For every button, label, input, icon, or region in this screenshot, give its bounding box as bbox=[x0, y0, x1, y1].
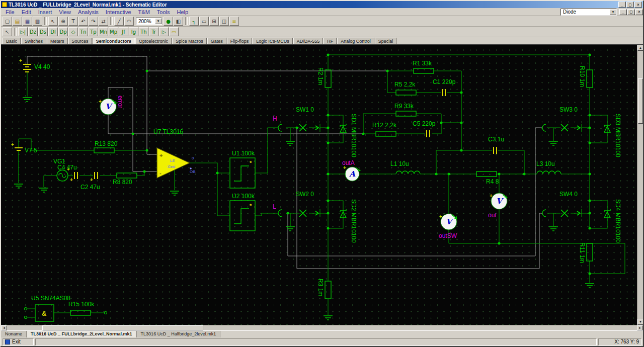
scroll-left-icon[interactable]: ◄ bbox=[1, 325, 7, 330]
gate-input-node-1[interactable] bbox=[25, 308, 27, 310]
label-r8[interactable]: R8 820 bbox=[113, 179, 132, 186]
wire-tool-button[interactable]: ┐ bbox=[189, 17, 199, 26]
grid-toggle-button[interactable]: ⊞ bbox=[209, 17, 219, 26]
r15-output-node[interactable] bbox=[105, 312, 107, 314]
io-tool-button[interactable]: ◫ bbox=[219, 17, 229, 26]
label-u1[interactable]: U1 100k bbox=[232, 150, 255, 157]
igbt-component-button[interactable]: Ig bbox=[129, 27, 138, 36]
component-combobox[interactable]: Diode ▼ bbox=[560, 9, 617, 16]
label-sd1[interactable]: SD1 MBR10100 bbox=[350, 114, 357, 157]
batteries[interactable] bbox=[15, 64, 31, 150]
resistor-r2[interactable] bbox=[325, 70, 331, 88]
horizontal-scroll-thumb[interactable] bbox=[42, 325, 203, 330]
sheet-tab-3[interactable]: TL3016 UcD _ Halfbridge_2level.mk1 bbox=[137, 331, 221, 337]
voltmeter-error[interactable]: V + bbox=[99, 99, 116, 115]
thyristor-component-button[interactable]: Th bbox=[139, 27, 148, 36]
label-c1[interactable]: C1 220p bbox=[433, 78, 456, 85]
nmos-transistor-component-button[interactable]: Mn bbox=[99, 27, 108, 36]
component-tab-spice-macros[interactable]: Spice Macros bbox=[172, 38, 207, 44]
menu-insert[interactable]: Insert bbox=[35, 9, 56, 16]
zener-diode-component-button[interactable]: Dz bbox=[28, 27, 38, 36]
switch-cross-symbols[interactable] bbox=[299, 124, 580, 217]
node-label-outsw[interactable]: outSW bbox=[439, 232, 457, 239]
sheet-tab-2[interactable]: TL3016 UcD _ FULLbridge_2Level_Normal.mk… bbox=[27, 331, 137, 337]
label-r2[interactable]: R2 1m bbox=[317, 67, 324, 85]
resistor-r3[interactable] bbox=[325, 281, 331, 299]
component-tab-optoelectronic[interactable]: Optoelectronic bbox=[135, 38, 172, 44]
resistor-r13[interactable] bbox=[94, 148, 114, 153]
resistor-r8[interactable] bbox=[117, 173, 137, 178]
label-r5[interactable]: R5 2,2k bbox=[394, 81, 416, 88]
list-tool-button[interactable]: ≡ bbox=[229, 17, 239, 26]
zoom-tool-button[interactable]: ⊕ bbox=[58, 17, 68, 26]
highlight-wires[interactable] bbox=[27, 56, 542, 269]
menu-tools[interactable]: Tools bbox=[153, 9, 174, 16]
vertical-scrollbar[interactable]: ▲ ▼ bbox=[637, 45, 643, 325]
ic-component-button[interactable]: ▭ bbox=[169, 27, 179, 36]
rotate-right-button[interactable]: ↷ bbox=[89, 17, 98, 26]
schottky-diode-component-button[interactable]: Ds bbox=[38, 27, 48, 36]
controlled-source-u2[interactable]: * bbox=[230, 201, 255, 231]
controlled-source-u1[interactable]: * bbox=[230, 158, 255, 188]
label-c3[interactable]: C3 1u bbox=[488, 136, 504, 143]
zoom-combobox[interactable]: 200% ▼ bbox=[136, 18, 162, 25]
inductor-and-coil-symbols[interactable] bbox=[278, 124, 561, 217]
component-tab-gates[interactable]: Gates bbox=[207, 38, 226, 44]
mdi-close-button[interactable]: × bbox=[635, 9, 643, 15]
npn-transistor-component-button[interactable]: Tn bbox=[78, 27, 88, 36]
run-interactive-button[interactable]: ● bbox=[164, 17, 173, 26]
menu-help[interactable]: Help bbox=[174, 9, 192, 16]
menu-view[interactable]: View bbox=[55, 9, 74, 16]
component-tab-sources[interactable]: Sources bbox=[68, 38, 92, 44]
menu-tm[interactable]: T&M bbox=[135, 9, 153, 16]
component-tab-ad-da-555[interactable]: AD/DA-555 bbox=[293, 38, 324, 44]
resistors[interactable] bbox=[70, 68, 593, 315]
draw-line-button[interactable]: ╱ bbox=[114, 17, 124, 26]
open-file-button[interactable]: ▤ bbox=[13, 17, 22, 26]
sheet-tab-1[interactable]: Noname bbox=[1, 331, 27, 337]
text-tool-button[interactable]: T bbox=[68, 17, 78, 26]
rotate-left-button[interactable]: ↶ bbox=[78, 17, 88, 26]
component-tab-flip-flops[interactable]: Flip-flops bbox=[227, 38, 253, 44]
component-tab-special[interactable]: Special bbox=[375, 38, 397, 44]
schottky-diodes-sd1-sd4[interactable] bbox=[340, 124, 610, 218]
jfet-component-button[interactable]: Jf bbox=[119, 27, 128, 36]
menu-interactive[interactable]: Interactive bbox=[102, 9, 135, 16]
opamp-u7[interactable]: + - LE Gnd 0 OB bbox=[157, 148, 196, 178]
photodiode-component-button[interactable]: Dp bbox=[58, 27, 68, 36]
component-tab-analog-control[interactable]: Analog Control bbox=[337, 38, 374, 44]
net-wires[interactable] bbox=[19, 55, 625, 317]
label-r13[interactable]: R13 820 bbox=[95, 140, 118, 147]
diodes[interactable] bbox=[340, 124, 610, 218]
label-r3[interactable]: R3 1m bbox=[317, 279, 324, 296]
label-r12[interactable]: R12 2,2k bbox=[372, 122, 397, 129]
label-sw2[interactable]: SW2 0 bbox=[296, 191, 314, 198]
interactive-slider-button[interactable]: ◧ bbox=[174, 17, 183, 26]
component-tab-semiconductors[interactable]: Semiconductors bbox=[93, 38, 135, 44]
triac-component-button[interactable]: Tr bbox=[149, 27, 158, 36]
pmos-transistor-component-button[interactable]: Mp bbox=[109, 27, 118, 36]
resistor-r15[interactable] bbox=[70, 310, 91, 315]
label-r1[interactable]: R1 33k bbox=[413, 60, 432, 67]
component-tab-switches[interactable]: Switches bbox=[21, 38, 46, 44]
label-u5[interactable]: U5 SN74AS08 bbox=[31, 295, 70, 302]
new-file-button[interactable]: ▢ bbox=[3, 17, 12, 26]
node-label-l[interactable]: L bbox=[273, 203, 276, 210]
draw-arc-button[interactable]: ◠ bbox=[124, 17, 134, 26]
diode-component-button[interactable]: ▷| bbox=[18, 27, 28, 36]
menu-analysis[interactable]: Analysis bbox=[74, 9, 102, 16]
select-mode-button[interactable]: ↖ bbox=[3, 27, 12, 36]
battery-plates[interactable] bbox=[15, 64, 31, 150]
ammeter-outa[interactable]: A + bbox=[343, 165, 360, 181]
component-labels[interactable]: V4 40 V7 5 VG1 C4 47u C2 47u R13 820 R8 … bbox=[25, 60, 621, 308]
scroll-right-icon[interactable]: ► bbox=[637, 325, 643, 330]
macro-tool-button[interactable]: ▭ bbox=[199, 17, 209, 26]
label-l1[interactable]: L1 10u bbox=[390, 160, 409, 167]
gate-input-node-2[interactable] bbox=[25, 316, 27, 319]
label-v4[interactable]: V4 40 bbox=[34, 63, 50, 70]
print-button[interactable]: ▥ bbox=[33, 17, 42, 26]
component-tab-basic[interactable]: Basic bbox=[3, 38, 21, 44]
save-file-button[interactable]: ▦ bbox=[23, 17, 32, 26]
label-r10[interactable]: R10 1m bbox=[579, 66, 586, 87]
bridge-rectifier-component-button[interactable]: ◇ bbox=[68, 27, 78, 36]
